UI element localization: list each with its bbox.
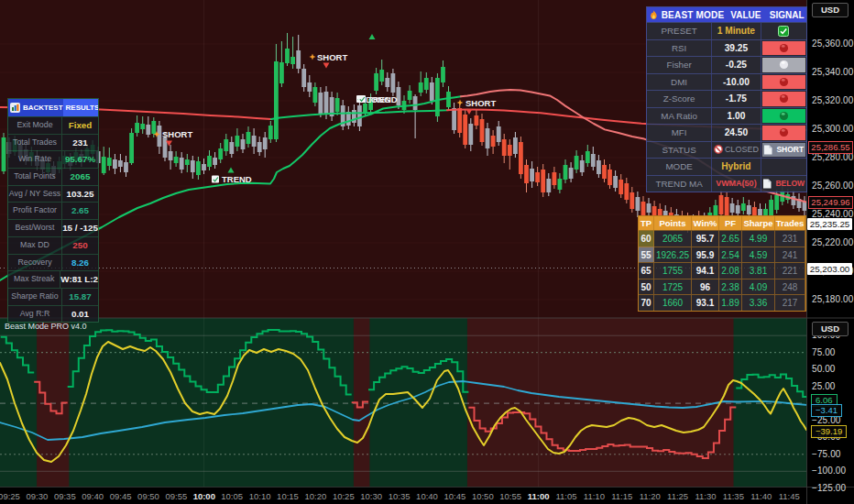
svg-text:TREND: TREND xyxy=(367,94,398,104)
svg-text:TREND: TREND xyxy=(222,174,252,184)
svg-text:SHORT: SHORT xyxy=(465,98,496,108)
svg-text:SHORT: SHORT xyxy=(162,129,192,139)
svg-text:SHORT: SHORT xyxy=(317,52,347,62)
